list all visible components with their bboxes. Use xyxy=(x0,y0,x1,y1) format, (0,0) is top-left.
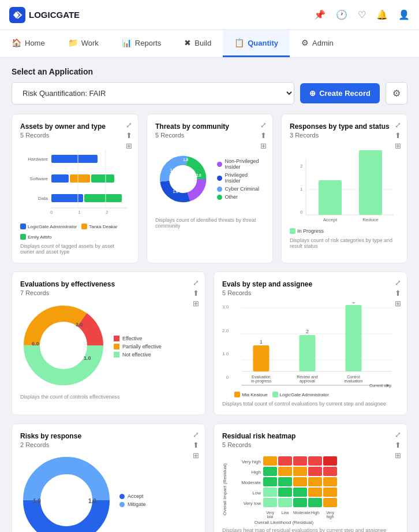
expand-icon[interactable]: ⤢ xyxy=(395,279,401,287)
upload-icon[interactable]: ⬆ xyxy=(126,132,132,139)
app-select[interactable]: Risk Quantification: FAIR xyxy=(12,82,294,105)
grid-icon[interactable]: ⊞ xyxy=(126,142,132,150)
svg-text:approval: approval xyxy=(300,379,315,384)
svg-rect-46 xyxy=(253,345,270,371)
evals-legend-1: Effective xyxy=(114,336,162,341)
evals-legend-label-3: Not effective xyxy=(122,352,151,358)
heatmap-x-label: Moderate xyxy=(293,511,307,519)
upload-icon[interactable]: ⬆ xyxy=(395,132,401,139)
heart-icon[interactable]: ♡ xyxy=(358,9,366,20)
nav-quantity[interactable]: 📋 Quantity xyxy=(223,30,290,57)
expand-icon[interactable]: ⤢ xyxy=(193,279,199,287)
clock-icon[interactable]: 🕐 xyxy=(336,9,347,20)
card-evals-step: ⤢ ⬆ ⊞ Evals by step and assignee 5 Recor… xyxy=(214,271,407,415)
expand-icon[interactable]: ⤢ xyxy=(193,431,199,438)
upload-icon[interactable]: ⬆ xyxy=(193,289,199,297)
select-row: Risk Quantification: FAIR ⊕ Create Recor… xyxy=(12,82,407,105)
card-responses-icons: ⤢ ⬆ ⊞ xyxy=(395,121,401,150)
evals-legend-label-1: Effective xyxy=(122,336,142,341)
evals-step-chart: 1 2 3 Evaluation in-progress Review and … xyxy=(234,302,399,397)
expand-icon[interactable]: ⤢ xyxy=(395,431,401,438)
grid-icon[interactable]: ⊞ xyxy=(395,452,401,459)
heatmap-cell xyxy=(293,456,307,466)
heatmap-cell xyxy=(278,498,292,507)
svg-text:3: 3 xyxy=(352,302,355,304)
nav-work-label: Work xyxy=(81,39,99,47)
expand-icon[interactable]: ⤢ xyxy=(260,121,267,129)
nav-admin[interactable]: ⚙ Admin xyxy=(290,30,345,57)
upload-icon[interactable]: ⬆ xyxy=(260,132,267,139)
upload-icon[interactable]: ⬆ xyxy=(395,289,401,297)
reports-icon: 📊 xyxy=(122,38,132,47)
heatmap-cell xyxy=(323,488,337,497)
svg-text:1.0: 1.0 xyxy=(170,168,175,172)
header-icons: 📌 🕐 ♡ 🔔 👤 xyxy=(314,9,410,20)
svg-rect-12 xyxy=(51,194,83,202)
upload-icon[interactable]: ⬆ xyxy=(193,441,199,449)
svg-text:Current step: Current step xyxy=(369,384,392,388)
settings-button[interactable]: ⚙ xyxy=(386,82,407,105)
heatmap-xaxis-title: Overall Likelihood (Residual) xyxy=(231,520,337,525)
threats-legend-dot-2 xyxy=(217,176,222,181)
card-risks: ⤢ ⬆ ⊞ Risks by response 2 Records 1.0 1.… xyxy=(12,423,205,532)
threats-chart: 1.0 1.0 2.0 1.0 Non-Privileged Insider P… xyxy=(155,144,264,214)
pin-icon[interactable]: 📌 xyxy=(314,9,326,20)
bell-icon[interactable]: 🔔 xyxy=(376,9,388,20)
heatmap-cell xyxy=(278,477,292,486)
expand-icon[interactable]: ⤢ xyxy=(395,121,401,129)
grid-icon[interactable]: ⊞ xyxy=(260,142,267,150)
heatmap-cell xyxy=(308,498,322,507)
card-threats-title: Threats by community xyxy=(155,122,264,131)
heatmap-x-labels: Very lowLowModerateHighVery high xyxy=(263,511,337,519)
svg-point-63 xyxy=(41,475,92,526)
svg-text:1.0: 1.0 xyxy=(88,498,96,504)
risks-legend: Accept Mitigate xyxy=(119,493,146,507)
nav-reports[interactable]: 📊 Reports xyxy=(110,30,173,57)
threats-legend-label-2: Privileged Insider xyxy=(225,172,264,184)
heatmap-yaxis-wrap: Overall Impact (Residual) xyxy=(222,454,229,525)
cards-row-1: ⤢ ⬆ ⊞ Assets by owner and type 5 Records… xyxy=(12,114,407,263)
heatmap-x-label: High xyxy=(308,511,322,519)
create-record-button[interactable]: ⊕ Create Record xyxy=(300,83,380,103)
plus-icon: ⊕ xyxy=(309,89,316,98)
cards-row-3: ⤢ ⬆ ⊞ Risks by response 2 Records 1.0 1.… xyxy=(12,423,407,532)
evals-legend-label-2: Partially effective xyxy=(122,344,162,349)
heatmap-cell xyxy=(308,467,322,476)
heatmap-y-labels: Very high High Moderate Low Very low xyxy=(231,456,261,508)
grid-icon[interactable]: ⊞ xyxy=(395,300,401,307)
threats-legend-dot-4 xyxy=(217,195,222,200)
nav-build[interactable]: ✖ Build xyxy=(173,30,223,57)
grid-icon[interactable]: ⊞ xyxy=(193,452,199,459)
upload-icon[interactable]: ⬆ xyxy=(395,441,401,449)
nav-build-label: Build xyxy=(194,39,211,47)
nav-home[interactable]: 🏠 Home xyxy=(0,30,57,57)
heatmap-cell xyxy=(308,488,322,497)
card-evals-title: Evaluations by effectiveness xyxy=(20,280,197,288)
evals-step-dot-1 xyxy=(234,392,240,397)
heatmap-cell xyxy=(323,498,337,507)
svg-text:Reduce: Reduce xyxy=(362,217,379,222)
card-threats: ⤢ ⬆ ⊞ Threats by community 5 Records 1.0… xyxy=(147,114,273,263)
evals-legend-3: Not effective xyxy=(114,352,162,358)
nav-quantity-label: Quantity xyxy=(248,39,278,47)
grid-icon[interactable]: ⊞ xyxy=(193,300,199,307)
card-evals-step-title: Evals by step and assignee xyxy=(222,280,399,288)
heatmap-cell xyxy=(278,456,292,466)
heatmap-x-label: Low xyxy=(278,511,292,519)
card-risks-icons: ⤢ ⬆ ⊞ xyxy=(193,431,199,459)
heatmap-chart-wrap: Overall Impact (Residual) Very high High… xyxy=(222,454,399,525)
heatmap-cell xyxy=(308,477,322,486)
grid-icon[interactable]: ⊞ xyxy=(395,142,401,150)
cards-row-2: ⤢ ⬆ ⊞ Evaluations by effectiveness 7 Rec… xyxy=(12,271,407,415)
expand-icon[interactable]: ⤢ xyxy=(126,121,132,129)
admin-icon: ⚙ xyxy=(301,38,309,47)
svg-rect-10 xyxy=(70,174,90,183)
logo-icon xyxy=(9,7,25,23)
svg-rect-11 xyxy=(91,174,114,183)
user-icon[interactable]: 👤 xyxy=(398,9,410,20)
nav-work[interactable]: 📁 Work xyxy=(57,30,110,57)
threats-legend-dot-1 xyxy=(217,162,222,167)
card-assets-title: Assets by owner and type xyxy=(20,122,130,131)
home-icon: 🏠 xyxy=(12,38,21,47)
svg-text:1: 1 xyxy=(78,210,81,215)
